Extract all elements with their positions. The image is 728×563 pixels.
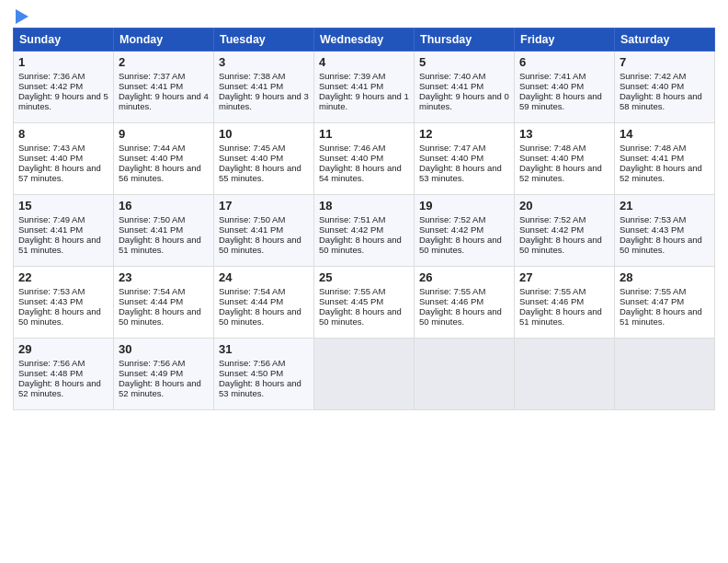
calendar-cell: 11Sunrise: 7:46 AMSunset: 4:40 PMDayligh… <box>314 123 415 195</box>
day-number: 30 <box>119 342 209 356</box>
day-number: 9 <box>119 127 209 141</box>
daylight: Daylight: 8 hours and 51 minutes. <box>620 306 702 327</box>
calendar-cell: 5Sunrise: 7:40 AMSunset: 4:41 PMDaylight… <box>415 52 515 123</box>
sunrise: Sunrise: 7:56 AM <box>119 358 185 368</box>
sunset: Sunset: 4:46 PM <box>419 296 483 306</box>
sunset: Sunset: 4:41 PM <box>119 224 183 235</box>
daylight: Daylight: 8 hours and 51 minutes. <box>18 235 101 255</box>
sunset: Sunset: 4:48 PM <box>18 368 83 378</box>
day-number: 5 <box>419 55 509 69</box>
daylight: Daylight: 8 hours and 51 minutes. <box>119 235 201 255</box>
daylight: Daylight: 8 hours and 55 minutes. <box>219 163 301 183</box>
calendar-cell: 26Sunrise: 7:55 AMSunset: 4:46 PMDayligh… <box>415 267 515 339</box>
weekday-header-sunday: Sunday <box>14 29 114 52</box>
calendar-cell: 24Sunrise: 7:54 AMSunset: 4:44 PMDayligh… <box>214 267 314 339</box>
daylight: Daylight: 8 hours and 53 minutes. <box>419 163 502 183</box>
calendar-cell: 17Sunrise: 7:50 AMSunset: 4:41 PMDayligh… <box>214 195 314 267</box>
day-number: 10 <box>219 127 309 141</box>
day-number: 20 <box>519 199 609 213</box>
calendar-cell <box>314 339 415 410</box>
calendar-cell: 16Sunrise: 7:50 AMSunset: 4:41 PMDayligh… <box>114 195 214 267</box>
sunset: Sunset: 4:41 PM <box>119 81 183 91</box>
sunset: Sunset: 4:44 PM <box>219 296 283 306</box>
sunrise: Sunrise: 7:55 AM <box>519 286 586 296</box>
day-number: 25 <box>319 270 409 284</box>
sunrise: Sunrise: 7:47 AM <box>419 143 485 153</box>
sunrise: Sunrise: 7:48 AM <box>620 143 686 153</box>
day-number: 19 <box>419 199 509 213</box>
sunrise: Sunrise: 7:42 AM <box>620 71 686 81</box>
weekday-header-tuesday: Tuesday <box>214 29 314 52</box>
sunset: Sunset: 4:41 PM <box>18 224 83 235</box>
sunrise: Sunrise: 7:49 AM <box>18 214 85 224</box>
calendar-cell: 4Sunrise: 7:39 AMSunset: 4:41 PMDaylight… <box>314 52 415 123</box>
daylight: Daylight: 8 hours and 50 minutes. <box>620 235 702 255</box>
sunrise: Sunrise: 7:45 AM <box>219 143 285 153</box>
day-number: 3 <box>219 55 309 69</box>
day-number: 31 <box>219 342 309 356</box>
sunrise: Sunrise: 7:41 AM <box>519 71 586 81</box>
week-row-1: 1Sunrise: 7:36 AMSunset: 4:42 PMDaylight… <box>14 52 715 123</box>
week-row-4: 22Sunrise: 7:53 AMSunset: 4:43 PMDayligh… <box>14 267 715 339</box>
sunset: Sunset: 4:40 PM <box>620 81 684 91</box>
daylight: Daylight: 8 hours and 50 minutes. <box>119 306 201 327</box>
daylight: Daylight: 8 hours and 50 minutes. <box>419 235 502 255</box>
day-number: 1 <box>18 55 108 69</box>
day-number: 7 <box>620 55 710 69</box>
calendar-cell: 7Sunrise: 7:42 AMSunset: 4:40 PMDaylight… <box>615 52 715 123</box>
sunrise: Sunrise: 7:44 AM <box>119 143 185 153</box>
calendar-cell: 8Sunrise: 7:43 AMSunset: 4:40 PMDaylight… <box>14 123 114 195</box>
daylight: Daylight: 8 hours and 54 minutes. <box>319 163 402 183</box>
weekday-header-saturday: Saturday <box>615 29 715 52</box>
calendar-cell: 1Sunrise: 7:36 AMSunset: 4:42 PMDaylight… <box>14 52 114 123</box>
calendar-cell <box>515 339 615 410</box>
daylight: Daylight: 8 hours and 50 minutes. <box>219 235 301 255</box>
sunrise: Sunrise: 7:55 AM <box>620 286 686 296</box>
sunrise: Sunrise: 7:52 AM <box>419 214 485 224</box>
sunrise: Sunrise: 7:48 AM <box>519 143 586 153</box>
calendar-cell: 31Sunrise: 7:56 AMSunset: 4:50 PMDayligh… <box>214 339 314 410</box>
day-number: 17 <box>219 199 309 213</box>
weekday-header-friday: Friday <box>515 29 615 52</box>
calendar-cell: 25Sunrise: 7:55 AMSunset: 4:45 PMDayligh… <box>314 267 415 339</box>
calendar-cell: 21Sunrise: 7:53 AMSunset: 4:43 PMDayligh… <box>615 195 715 267</box>
sunset: Sunset: 4:42 PM <box>319 224 383 235</box>
sunrise: Sunrise: 7:53 AM <box>620 214 686 224</box>
daylight: Daylight: 9 hours and 0 minutes. <box>419 91 509 111</box>
calendar-cell <box>615 339 715 410</box>
week-row-3: 15Sunrise: 7:49 AMSunset: 4:41 PMDayligh… <box>14 195 715 267</box>
sunset: Sunset: 4:40 PM <box>18 153 83 163</box>
daylight: Daylight: 8 hours and 50 minutes. <box>419 306 502 327</box>
calendar-table: SundayMondayTuesdayWednesdayThursdayFrid… <box>13 28 715 410</box>
daylight: Daylight: 9 hours and 4 minutes. <box>119 91 209 111</box>
calendar-cell: 13Sunrise: 7:48 AMSunset: 4:40 PMDayligh… <box>515 123 615 195</box>
sunset: Sunset: 4:50 PM <box>219 368 283 378</box>
daylight: Daylight: 9 hours and 3 minutes. <box>219 91 309 111</box>
daylight: Daylight: 8 hours and 50 minutes. <box>319 235 402 255</box>
sunrise: Sunrise: 7:56 AM <box>219 358 285 368</box>
day-number: 29 <box>18 342 108 356</box>
weekday-header-monday: Monday <box>114 29 214 52</box>
daylight: Daylight: 9 hours and 1 minute. <box>319 91 409 111</box>
sunrise: Sunrise: 7:46 AM <box>319 143 385 153</box>
sunrise: Sunrise: 7:40 AM <box>419 71 485 81</box>
day-number: 28 <box>620 270 710 284</box>
daylight: Daylight: 8 hours and 56 minutes. <box>119 163 201 183</box>
sunrise: Sunrise: 7:38 AM <box>219 71 285 81</box>
sunset: Sunset: 4:42 PM <box>419 224 483 235</box>
daylight: Daylight: 8 hours and 52 minutes. <box>620 163 702 183</box>
sunrise: Sunrise: 7:55 AM <box>419 286 485 296</box>
week-row-5: 29Sunrise: 7:56 AMSunset: 4:48 PMDayligh… <box>14 339 715 410</box>
weekday-header-row: SundayMondayTuesdayWednesdayThursdayFrid… <box>14 29 715 52</box>
sunset: Sunset: 4:40 PM <box>219 153 283 163</box>
sunset: Sunset: 4:42 PM <box>18 81 83 91</box>
calendar-cell: 27Sunrise: 7:55 AMSunset: 4:46 PMDayligh… <box>515 267 615 339</box>
day-number: 8 <box>18 127 108 141</box>
calendar-cell: 23Sunrise: 7:54 AMSunset: 4:44 PMDayligh… <box>114 267 214 339</box>
calendar-cell: 19Sunrise: 7:52 AMSunset: 4:42 PMDayligh… <box>415 195 515 267</box>
sunrise: Sunrise: 7:39 AM <box>319 71 385 81</box>
daylight: Daylight: 8 hours and 52 minutes. <box>119 378 201 398</box>
sunset: Sunset: 4:46 PM <box>519 296 584 306</box>
day-number: 26 <box>419 270 509 284</box>
daylight: Daylight: 8 hours and 58 minutes. <box>620 91 702 111</box>
